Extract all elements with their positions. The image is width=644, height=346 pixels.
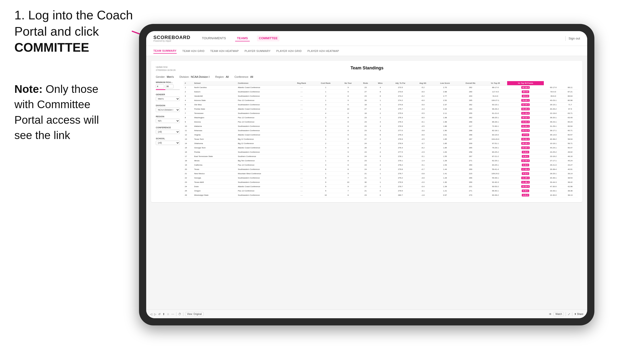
table-cell: Atlantic Coast Conference	[237, 133, 290, 137]
min-rounds-max-input[interactable]	[165, 84, 174, 88]
table-cell: 3	[373, 107, 387, 111]
table-cell: -3.8	[413, 129, 432, 133]
table-row: 11ArkansasSoutheastern Conference—682332…	[184, 129, 578, 133]
toolbar-eye-icon[interactable]: 👁	[549, 313, 552, 316]
toolbar-share-icon[interactable]: ⬆	[162, 313, 165, 316]
table-cell: 39-20-1	[544, 116, 562, 120]
toolbar-refresh-icon[interactable]: ↺	[158, 313, 160, 316]
table-cell: 23	[184, 180, 193, 184]
table-cell: 60.94	[562, 124, 578, 129]
table-cell: -6.0	[413, 133, 432, 137]
min-rounds-min-input[interactable]	[156, 84, 164, 88]
table-cell: 10-23-0	[507, 184, 544, 189]
toolbar-more-icon[interactable]: ⋯	[171, 313, 174, 316]
division-select[interactable]: NCAA Division I	[156, 108, 180, 112]
gender-filter: Gender: Men's	[156, 75, 174, 78]
gender-section: Gender Men's	[156, 93, 180, 101]
note-text: Note: Only those with Committee Portal a…	[14, 81, 118, 143]
table-cell: 11-29-1	[507, 176, 544, 180]
sub-nav-player-h2h-heatmap[interactable]: PLAYER H2H HEATMAP	[308, 49, 339, 53]
table-cell: 20	[184, 167, 193, 172]
table-cell: -5.1	[413, 163, 432, 167]
toolbar-bookmark-icon[interactable]: ☆	[167, 313, 170, 316]
division-label: Division:	[180, 75, 190, 78]
table-cell: 10	[338, 107, 358, 111]
table-row: 8WashingtonPac-12 Conference—28231276.3-…	[184, 116, 578, 120]
sign-out-link[interactable]: Sign out	[568, 37, 580, 40]
toolbar-clock-icon[interactable]: ⏱	[178, 313, 181, 316]
table-cell: 279.2	[388, 176, 413, 180]
gender-select[interactable]: Men's	[156, 97, 180, 101]
table-cell: 7	[338, 176, 358, 180]
table-cell: —	[290, 189, 313, 193]
sub-nav-team-h2h-heatmap[interactable]: TEAM H2H HEATMAP	[210, 49, 239, 53]
nav-teams[interactable]: TEAMS	[235, 35, 250, 41]
min-rounds-slider[interactable]	[156, 89, 180, 90]
table-cell: —	[290, 120, 313, 124]
table-cell: 6	[373, 133, 387, 137]
share-button[interactable]: ⬆ Share	[574, 313, 583, 315]
table-cell: 8	[338, 154, 358, 159]
table-row: 21New MexicoMountain West Conference—192…	[184, 172, 578, 176]
table-cell: 2	[373, 111, 387, 116]
table-cell: 35-14-0	[544, 133, 562, 137]
table-cell: 1	[373, 176, 387, 180]
table-cell: -5.1	[413, 154, 432, 159]
division-section: Division NCAA Division I	[156, 104, 180, 112]
region-select[interactable]: N/A	[156, 119, 180, 123]
school-select[interactable]: (All)	[156, 141, 180, 145]
table-cell: 27	[358, 107, 373, 111]
table-cell: 24	[358, 154, 373, 159]
table-cell: 9-24-0	[507, 150, 544, 154]
table-cell: 9-19-1	[507, 189, 544, 193]
sub-nav-player-summary[interactable]: PLAYER SUMMARY	[244, 49, 270, 53]
table-cell: 58.94	[562, 137, 578, 141]
logo-sub: Powered by clippd	[154, 40, 190, 42]
table-cell: 1	[373, 159, 387, 163]
toolbar-next-icon[interactable]: ▷	[154, 313, 156, 316]
instruction-bold: COMMITTEE	[14, 40, 89, 54]
toolbar-expand-icon[interactable]: ⤢	[568, 313, 570, 316]
nav-committee[interactable]: COMMITTEE	[257, 35, 280, 41]
view-original-button[interactable]: View: Original	[185, 312, 204, 316]
col-vs-top50: Vs Top 50 Points	[507, 81, 544, 85]
sub-nav-team-h2h-grid[interactable]: TEAM H2H GRID	[182, 49, 205, 53]
table-cell: 1	[313, 98, 338, 103]
table-cell: 9	[338, 85, 358, 90]
table-cell: 7	[313, 150, 338, 154]
table-cell: 1	[184, 85, 193, 90]
table-cell: 1	[313, 159, 338, 163]
toolbar-divider-4	[572, 312, 572, 316]
table-cell: 0.97	[432, 193, 458, 197]
table-cell: 279.5	[388, 189, 413, 193]
table-cell: 6	[338, 141, 358, 146]
table-cell: 1	[313, 90, 338, 94]
sidebar-division-label: Division	[156, 104, 180, 107]
table-cell: 4	[313, 146, 338, 150]
table-cell: 2	[184, 90, 193, 94]
col-reg-rank: Reg Rank	[290, 81, 313, 85]
table-cell: 265	[458, 146, 484, 150]
table-cell: —	[290, 141, 313, 146]
table-cell: -6.2	[413, 146, 432, 150]
conference-select[interactable]: (All)	[156, 130, 180, 134]
table-cell: 12-15-0	[507, 159, 544, 163]
table-cell: 2.01	[432, 133, 458, 137]
watch-button[interactable]: Watch	[554, 312, 564, 316]
table-cell: 18	[358, 111, 373, 116]
table-cell: 2.70	[432, 85, 458, 90]
table-cell: 8	[338, 133, 358, 137]
table-cell: 80.98	[562, 98, 578, 103]
toolbar-prev-icon[interactable]: ◁	[150, 313, 152, 316]
sub-nav-player-h2h-grid[interactable]: PLAYER H2H GRID	[276, 49, 302, 53]
table-cell: 1	[373, 116, 387, 120]
table-cell: 2.52	[432, 98, 458, 103]
table-cell: 4-21-0	[507, 193, 544, 197]
table-cell: 83-15-0	[484, 133, 507, 137]
table-cell: 9	[313, 180, 338, 184]
sub-nav-team-summary[interactable]: TEAM SUMMARY	[154, 48, 177, 54]
table-cell: -0.8	[413, 172, 432, 176]
table-cell: 42-6-0	[507, 94, 544, 98]
nav-tournaments[interactable]: TOURNAMENTS	[200, 35, 228, 41]
table-cell: 33-44-3	[544, 180, 562, 184]
